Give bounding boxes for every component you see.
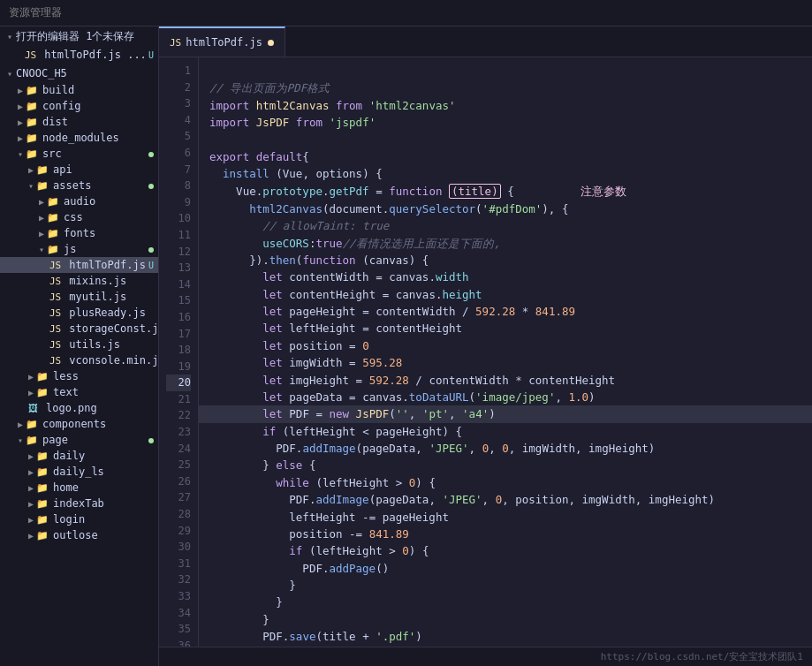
sidebar-item-css[interactable]: ▶ 📁 css — [0, 209, 158, 225]
label: login — [53, 513, 85, 526]
js-icon: JS — [49, 355, 61, 367]
title-bar: 资源管理器 — [0, 0, 812, 26]
tab-modified-dot — [268, 40, 274, 46]
label: mixins.js — [69, 275, 126, 287]
sidebar-item-mixins[interactable]: JS mixins.js — [0, 273, 158, 289]
sidebar-item-api[interactable]: ▶ 📁 api — [0, 162, 158, 178]
sidebar-item-htmltopdf[interactable]: JS htmlToPdf.js U — [0, 257, 158, 273]
unsaved-badge: U — [148, 50, 154, 60]
line-19: let pageData = canvas.toDataURL('image/j… — [209, 390, 596, 404]
dot-badge — [148, 181, 154, 191]
code-content[interactable]: // 导出页面为PDF格式 import html2Canvas from 'h… — [199, 57, 812, 647]
sidebar-item-daily-ls[interactable]: ▶ 📁 daily_ls — [0, 464, 158, 480]
sidebar-item-src[interactable]: ▾ 📁 src — [0, 146, 158, 162]
folder-icon: 📁 — [26, 85, 38, 96]
label: js — [64, 243, 76, 255]
line-6: install (Vue, options) { — [209, 167, 383, 180]
opened-editors-header[interactable]: ▾ 打开的编辑器 1个未保存 — [0, 26, 158, 47]
label: logo.png — [46, 402, 97, 414]
arrow-icon: ▶ — [39, 197, 44, 207]
sidebar-item-vconsole[interactable]: JS vconsole.min.js — [0, 352, 158, 368]
sidebar-item-htmltopdf-opened[interactable]: JS htmlToPdf.js ... U — [0, 47, 158, 63]
dot-badge — [148, 245, 154, 254]
folder-icon: 📁 — [26, 101, 38, 112]
sidebar-item-label: htmlToPdf.js ... — [44, 49, 147, 61]
sidebar-item-page[interactable]: ▾ 📁 page — [0, 432, 158, 448]
arrow-icon: ▶ — [18, 133, 23, 143]
bottom-bar: https://blog.csdn.net/安全宝技术团队1 — [159, 647, 812, 666]
label: home — [53, 481, 79, 494]
label: plusReady.js — [69, 307, 146, 319]
sidebar-item-config[interactable]: ▶ 📁 config — [0, 98, 158, 114]
sidebar-section-opened-editors[interactable]: ▾ 打开的编辑器 1个未保存 JS htmlToPdf.js ... U — [0, 26, 158, 63]
line-25: PDF.addImage(pageData, 'JPEG', 0, positi… — [209, 493, 715, 506]
sidebar-item-storageconst[interactable]: JS storageConst.js — [0, 321, 158, 337]
arrow-icon: ▶ — [18, 420, 23, 429]
line-32: } — [209, 613, 269, 626]
label: fonts — [64, 227, 95, 239]
sidebar-item-plusready[interactable]: JS plusReady.js — [0, 305, 158, 321]
sidebar-item-node-modules[interactable]: ▶ 📁 node_modules — [0, 130, 158, 146]
label: audio — [64, 195, 95, 208]
line-31: } — [209, 595, 283, 609]
folder-icon: 📁 — [36, 514, 49, 526]
js-icon: JS — [49, 276, 61, 287]
line-16: let position = 0 — [209, 339, 369, 352]
line-8: html2Canvas(document.querySelector('#pdf… — [209, 202, 568, 216]
folder-icon: 📁 — [36, 530, 49, 541]
sidebar-item-daily[interactable]: ▶ 📁 daily — [0, 448, 158, 464]
line-18: let imgHeight = 592.28 / contentWidth * … — [209, 374, 615, 387]
line-17: let imgWidth = 595.28 — [209, 356, 402, 369]
line-24: while (leftHeight > 0) { — [209, 476, 436, 489]
js-icon: JS — [49, 339, 61, 351]
sidebar-item-build[interactable]: ▶ 📁 build — [0, 82, 158, 98]
label: node_modules — [42, 132, 119, 144]
sidebar-item-text[interactable]: ▶ 📁 text — [0, 384, 158, 400]
folder-icon: 📁 — [36, 466, 49, 478]
line-27: position -= 841.89 — [209, 527, 409, 541]
sidebar-item-home[interactable]: ▶ 📁 home — [0, 480, 158, 496]
tab-htmltopdf[interactable]: JS htmlToPdf.js — [159, 26, 285, 57]
sidebar-item-less[interactable]: ▶ 📁 less — [0, 368, 158, 384]
line-21: if (leftHeight < pageHeight) { — [209, 425, 462, 438]
dot-badge — [148, 435, 154, 445]
folder-icon: 📁 — [26, 435, 38, 446]
folder-icon: 📁 — [36, 387, 49, 398]
sidebar-item-myutil[interactable]: JS myutil.js — [0, 289, 158, 305]
folder-icon: 📁 — [36, 371, 49, 382]
folder-icon: 📁 — [26, 419, 38, 430]
sidebar-item-utils[interactable]: JS utils.js — [0, 337, 158, 352]
cnooc-header[interactable]: ▾ CNOOC_H5 — [0, 64, 158, 82]
sidebar-item-components[interactable]: ▶ 📁 components — [0, 416, 158, 432]
sidebar-item-logo[interactable]: 🖼 logo.png — [0, 400, 158, 416]
arrow-icon: ▶ — [28, 451, 34, 461]
sidebar-item-audio[interactable]: ▶ 📁 audio — [0, 193, 158, 209]
arrow-icon: ▾ — [7, 69, 12, 79]
line-28: if (leftHeight > 0) { — [209, 544, 429, 557]
js-icon: JS — [49, 307, 61, 319]
sidebar-item-assets[interactable]: ▾ 📁 assets — [0, 178, 158, 193]
folder-icon: 📁 — [26, 148, 38, 160]
line-11: }).then(function (canvas) { — [209, 254, 429, 267]
arrow-icon: ▶ — [28, 388, 34, 397]
sidebar-item-js[interactable]: ▾ 📁 js — [0, 241, 158, 257]
editor-area: 12345 678910 1112131415 1617181920 21222… — [159, 57, 812, 647]
sidebar-item-dist[interactable]: ▶ 📁 dist — [0, 114, 158, 130]
title-label: 资源管理器 — [9, 5, 62, 20]
label: css — [64, 211, 83, 223]
sidebar-item-outlose[interactable]: ▶ 📁 outlose — [0, 527, 158, 543]
arrow-icon: ▶ — [28, 467, 34, 477]
line-20: let PDF = new JsPDF('', 'pt', 'a4') — [199, 405, 812, 422]
arrow-icon: ▶ — [39, 213, 44, 223]
sidebar-item-fonts[interactable]: ▶ 📁 fonts — [0, 225, 158, 241]
opened-editors-label: 打开的编辑器 1个未保存 — [16, 29, 134, 44]
label: daily — [53, 450, 85, 462]
line-1: // 导出页面为PDF格式 — [209, 81, 330, 95]
sidebar-item-login[interactable]: ▶ 📁 login — [0, 511, 158, 527]
arrow-icon: ▶ — [18, 86, 23, 95]
arrow-icon: ▾ — [18, 149, 23, 159]
folder-icon: 📁 — [26, 117, 38, 128]
label: assets — [53, 179, 91, 192]
js-icon: JS — [49, 260, 61, 271]
sidebar-item-indextab[interactable]: ▶ 📁 indexTab — [0, 496, 158, 511]
